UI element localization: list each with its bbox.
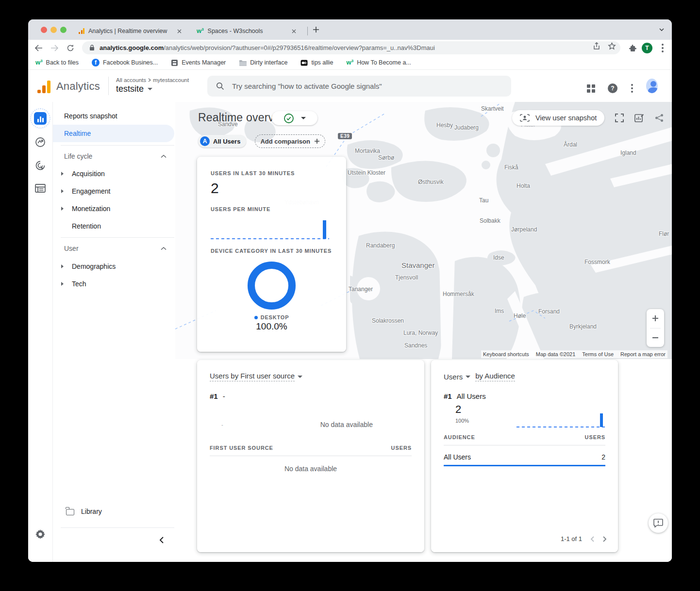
reload-button[interactable] xyxy=(64,42,77,54)
close-window-button[interactable] xyxy=(41,27,47,33)
sidebar-item-demographics[interactable]: Demographics xyxy=(53,258,174,275)
browser-menu-icon[interactable] xyxy=(656,42,669,54)
w3schools-favicon: w3 xyxy=(197,28,204,34)
minimize-window-button[interactable] xyxy=(50,27,57,33)
library-folder-icon xyxy=(66,509,74,515)
new-tab-button[interactable] xyxy=(311,25,321,34)
property-selector[interactable]: testsite xyxy=(116,84,189,94)
chevron-down-icon xyxy=(301,117,306,119)
explore-nav-icon[interactable] xyxy=(34,136,46,148)
zoom-in-button[interactable] xyxy=(647,309,664,328)
events-manager-icon xyxy=(171,59,178,66)
admin-gear-icon[interactable] xyxy=(34,528,46,540)
more-options-icon[interactable] xyxy=(626,82,638,94)
analytics-logo xyxy=(37,81,51,93)
map-label: Judaberg xyxy=(454,124,479,131)
column-header[interactable]: USERS xyxy=(391,445,412,451)
add-comparison-button[interactable]: Add comparison xyxy=(255,134,325,148)
map-zoom-control xyxy=(647,309,664,347)
tab-analytics[interactable]: Analytics | Realtime overview xyxy=(74,22,186,40)
search-input[interactable] xyxy=(231,82,485,91)
share-icon[interactable] xyxy=(593,42,600,50)
section-header-life-cycle[interactable]: Life cycle xyxy=(53,148,174,165)
bookmark-item[interactable]: Events Manager xyxy=(171,59,226,66)
share-report-icon[interactable] xyxy=(655,114,664,122)
column-header[interactable]: AUDIENCE xyxy=(444,434,475,440)
expand-arrow-icon xyxy=(61,189,64,193)
product-name: Analytics xyxy=(56,80,100,93)
search-bar[interactable] xyxy=(207,76,511,97)
sidebar-item-engagement[interactable]: Engagement xyxy=(53,182,174,200)
sidebar-item-retention[interactable]: Retention xyxy=(53,217,174,235)
next-page-icon[interactable] xyxy=(602,536,607,542)
apps-grid-icon[interactable] xyxy=(585,82,597,94)
collapse-sidebar-icon[interactable] xyxy=(159,536,165,544)
advertising-nav-icon[interactable] xyxy=(34,160,46,171)
map-label: Forsand xyxy=(538,308,560,315)
sidebar-item-monetization[interactable]: Monetization xyxy=(53,200,174,217)
close-tab-icon[interactable] xyxy=(292,29,296,33)
help-icon[interactable]: ? xyxy=(607,82,618,94)
sidebar-divider xyxy=(61,527,174,528)
data-quality-badge[interactable] xyxy=(272,111,317,125)
sidebar-item-tech[interactable]: Tech xyxy=(53,275,174,293)
keyboard-shortcuts-link[interactable]: Keyboard shortcuts xyxy=(483,351,529,357)
chart-empty-state: No data available xyxy=(262,421,373,428)
report-map-error-link[interactable]: Report a map error xyxy=(620,351,666,357)
check-circle-icon xyxy=(283,113,294,124)
road-badge: E39 xyxy=(338,133,352,139)
expand-arrow-icon xyxy=(61,207,64,211)
users-per-minute-chart[interactable] xyxy=(211,219,329,239)
reports-nav-icon[interactable] xyxy=(30,108,50,129)
device-donut-chart[interactable] xyxy=(248,262,296,310)
device-category-label: DEVICE CATEGORY IN LAST 30 MINUTES xyxy=(211,248,333,254)
zoom-out-button[interactable] xyxy=(647,328,664,347)
sidebar-item-library[interactable]: Library xyxy=(53,503,174,520)
sidebar-item-realtime[interactable]: Realtime xyxy=(53,125,174,142)
customize-report-icon[interactable] xyxy=(634,113,644,123)
bookmark-item[interactable]: Dirty interface xyxy=(239,59,287,66)
account-breadcrumb[interactable]: All accounts mytestaccount xyxy=(116,77,189,83)
rank-name: All Users xyxy=(457,392,486,400)
users-per-minute-label: USERS PER MINUTE xyxy=(211,206,333,212)
sidebar-item-reports-snapshot[interactable]: Reports snapshot xyxy=(53,107,174,125)
tab-title: Analytics | Realtime overview xyxy=(88,28,167,34)
sidebar-item-acquisition[interactable]: Acquisition xyxy=(53,165,174,182)
view-user-snapshot-button[interactable]: View user snapshot xyxy=(512,110,604,126)
extensions-puzzle-icon[interactable] xyxy=(626,42,639,54)
configure-nav-icon[interactable] xyxy=(35,184,46,193)
feedback-button[interactable] xyxy=(649,513,668,533)
comparison-chip-all-users[interactable]: A All Users xyxy=(198,135,246,148)
audience-sparkline-chart[interactable] xyxy=(517,408,605,427)
tab-w3schools[interactable]: w3 Spaces - W3schools xyxy=(192,22,301,40)
terms-of-use-link[interactable]: Terms of Use xyxy=(582,351,614,357)
column-header[interactable]: USERS xyxy=(585,434,605,440)
bookmark-star-icon[interactable] xyxy=(608,42,616,50)
card-title-dimension-selector[interactable]: Users by Audience xyxy=(444,372,605,381)
previous-page-icon[interactable] xyxy=(590,536,595,542)
close-tab-icon[interactable] xyxy=(177,29,182,33)
maximize-window-button[interactable] xyxy=(60,27,67,33)
account-avatar[interactable] xyxy=(646,80,658,92)
bookmark-item[interactable]: w3 Back to files xyxy=(35,59,79,66)
address-bar[interactable]: analytics.google.com/analytics/web/provi… xyxy=(82,41,620,54)
chevron-down-icon xyxy=(298,376,302,378)
bookmark-item[interactable]: f Facebook Busines... xyxy=(92,59,158,66)
bookmark-item[interactable]: tips allie xyxy=(300,59,333,66)
table-row[interactable]: All Users 2 xyxy=(444,453,605,466)
back-button[interactable] xyxy=(32,42,45,54)
browser-profile-avatar[interactable]: T xyxy=(641,42,653,54)
rank-label: #1 xyxy=(444,392,452,400)
bookmark-item[interactable]: w3 How To Become a... xyxy=(347,59,411,66)
tab-search-chevron-icon[interactable] xyxy=(658,27,665,33)
fullscreen-icon[interactable] xyxy=(615,114,624,122)
card-title-dimension-selector[interactable]: Users by First user source xyxy=(210,372,412,381)
w3schools-icon: w3 xyxy=(347,59,354,66)
column-header[interactable]: FIRST USER SOURCE xyxy=(210,445,273,451)
map-data-label: Map data ©2021 xyxy=(536,351,576,357)
map-attribution: Keyboard shortcuts Map data ©2021 Terms … xyxy=(481,350,667,358)
forward-button[interactable] xyxy=(48,42,61,54)
feedback-bubble-icon xyxy=(653,519,663,527)
map-label-city: Stavanger xyxy=(401,261,434,269)
section-header-user[interactable]: User xyxy=(53,240,174,257)
